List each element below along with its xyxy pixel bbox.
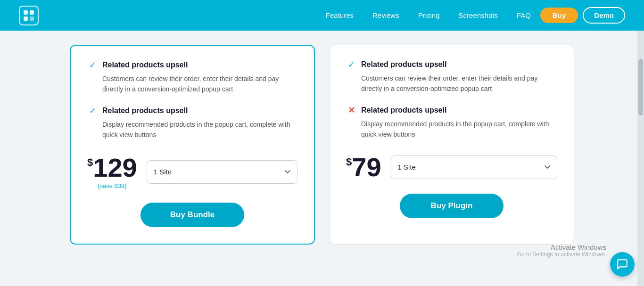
site-select-plugin[interactable]: 1 Site 3 Sites 5 Sites Unlimited [391,155,557,179]
price-block-plugin: $ 79 [346,154,381,180]
price-save-bundle: (save $39) [87,182,137,189]
nav-features[interactable]: Features [326,11,354,19]
nav-pricing[interactable]: Pricing [418,11,440,19]
cards-row: ✓ Related products upsell Customers can … [39,45,605,245]
nav-screenshots[interactable]: Screenshots [459,11,498,19]
feature-title-bundle-1: Related products upsell [102,61,188,69]
scrollbar[interactable] [637,31,644,286]
pricing-row-bundle: $ 129 (save $39) 1 Site 3 Sites 5 Sites … [87,155,297,189]
feature-title-plugin-1: Related products upsell [361,60,446,69]
svg-rect-0 [24,10,28,15]
pricing-row-plugin: $ 79 1 Site 3 Sites 5 Sites Unlimited [346,154,557,180]
site-select-bundle[interactable]: 1 Site 3 Sites 5 Sites Unlimited [147,160,297,184]
feature-desc-plugin-1: Customers can review their order, enter … [346,74,557,94]
feature-header-bundle-2: ✓ Related products upsell [87,106,297,116]
bundle-card: ✓ Related products upsell Customers can … [70,45,315,245]
buy-button[interactable]: Buy [540,8,578,23]
feature-item-plugin-2: ✕ Related products upsell Display recomm… [346,105,557,139]
price-main-bundle: $ 129 [87,155,137,181]
feature-title-plugin-2: Related products upsell [361,106,446,114]
check-icon-bundle-1: ✓ [87,60,98,70]
svg-rect-2 [24,16,28,21]
nav-reviews[interactable]: Reviews [372,11,399,19]
price-block-bundle: $ 129 (save $39) [87,155,137,189]
cross-icon-plugin-2: ✕ [346,105,356,115]
scrollbar-thumb [638,59,643,115]
chat-bubble-button[interactable] [610,252,635,277]
feature-header-plugin-2: ✕ Related products upsell [346,105,557,115]
check-icon-bundle-2: ✓ [87,106,98,116]
feature-header-bundle-1: ✓ Related products upsell [87,60,297,70]
navbar: Features Reviews Pricing Screenshots FAQ… [0,0,644,31]
nav-faq[interactable]: FAQ [517,11,531,19]
feature-item-bundle-1: ✓ Related products upsell Customers can … [87,60,297,94]
feature-desc-bundle-1: Customers can review their order, enter … [87,74,297,94]
demo-button[interactable]: Demo [583,7,625,24]
svg-rect-3 [30,16,34,21]
feature-header-plugin-1: ✓ Related products upsell [346,59,557,70]
nav-links: Features Reviews Pricing Screenshots FAQ [326,11,531,20]
feature-desc-plugin-2: Display recommended products in the popu… [346,119,557,139]
price-amount-bundle: 129 [93,155,137,181]
feature-item-bundle-2: ✓ Related products upsell Display recomm… [87,106,297,140]
main-content: ✓ Related products upsell Customers can … [0,31,644,286]
feature-title-bundle-2: Related products upsell [102,106,188,115]
buy-bundle-button[interactable]: Buy Bundle [140,203,244,227]
feature-item-plugin-1: ✓ Related products upsell Customers can … [346,59,557,94]
plugin-card: ✓ Related products upsell Customers can … [329,45,574,245]
buy-plugin-button[interactable]: Buy Plugin [400,194,504,218]
price-amount-plugin: 79 [352,154,381,180]
chat-icon [616,258,628,270]
feature-desc-bundle-2: Display recommended products in the popu… [87,120,297,140]
price-dollar-plugin: $ [346,157,352,167]
check-icon-plugin-1: ✓ [346,59,356,70]
price-main-plugin: $ 79 [346,154,381,180]
svg-rect-1 [30,10,34,15]
logo[interactable] [19,6,39,25]
price-dollar-bundle: $ [87,157,93,168]
